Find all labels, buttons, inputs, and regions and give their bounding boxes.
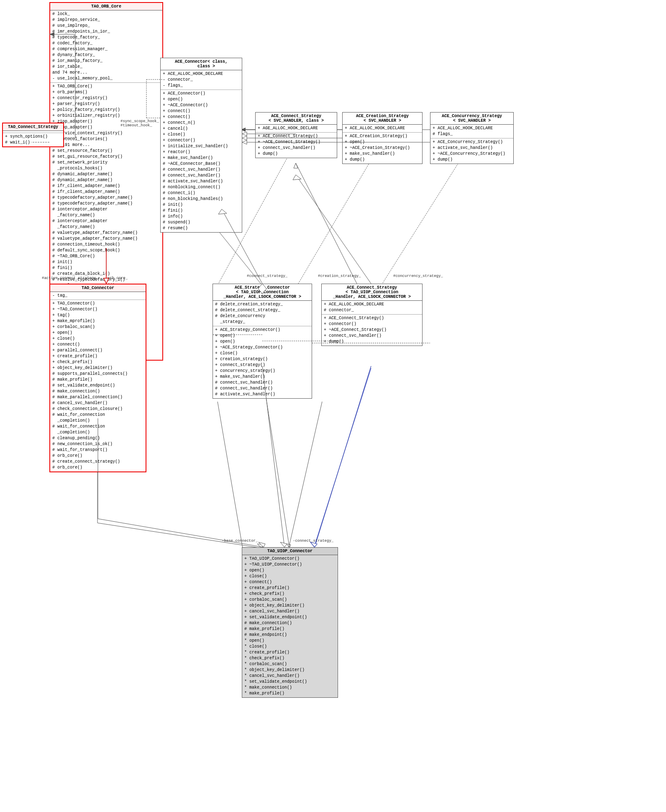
- connect-strategy-label: #connect_strategy_: [247, 274, 287, 278]
- svg-marker-37: [242, 132, 247, 136]
- ace-strategy-connector-attrs: # delete_creation_strategy_ # delete_con…: [213, 301, 312, 326]
- ace-creation-strategy-title: ACE_Creation_Strategy< SVC_HANDLER >: [343, 113, 422, 125]
- ace-concurrency-strategy-methods: + ACE_Concurrency_Strategy() + activate_…: [430, 138, 513, 164]
- ace-connector-box: ACE_Connector< class, class > + ACE_ALLO…: [160, 58, 242, 233]
- tao-uiop-connector-title: TAO_UIOP_Connector: [242, 548, 338, 555]
- svg-marker-50: [280, 542, 287, 547]
- ace-connector-attrs: + ACE_ALLOC_HOOK_DECLARE - connector_ - …: [161, 70, 242, 90]
- ace-connect-strategy-2-box: ACE_Connect_Strategy< TAO_UIOP_Connectio…: [321, 284, 423, 346]
- svg-line-15: [97, 523, 261, 548]
- svg-marker-13: [294, 163, 298, 168]
- concurrency-strategy-label: #concurrency_strategy_: [393, 274, 443, 278]
- tao-orb-core-attrs: # lock_ # implrepo_service_ # use_implre…: [50, 10, 162, 83]
- svg-line-22: [377, 142, 471, 293]
- ace-creation-strategy-attrs: + ACE_ALLOC_HOOK_DECLARE: [343, 125, 422, 133]
- tao-connect-strategy-box: TAO_Connect_Strategy + synch_options() #…: [2, 123, 64, 147]
- ace-concurrency-strategy-box: ACE_Concurrency_Strategy< SVC_HANDLER > …: [430, 112, 514, 164]
- active-connect-strategy-label: #active_connect_strategy_ -orb_core_: [42, 276, 128, 280]
- tao-connect-strategy-title: TAO_Connect_Strategy: [3, 123, 63, 131]
- tao-connector-attrs: - tag_: [50, 292, 146, 300]
- ace-creation-strategy-methods: + ACE_Creation_Strategy() + open() + ~AC…: [343, 133, 422, 164]
- svg-marker-41: [242, 140, 247, 144]
- base-connector-label: -base_connector_: [222, 539, 258, 543]
- ace-creation-strategy-box: ACE_Creation_Strategy< SVC_HANDLER > + A…: [342, 112, 423, 164]
- tao-connector-box: TAO_Connector - tag_ + TAO_Connector() +…: [49, 284, 146, 472]
- svg-line-19: [314, 368, 371, 548]
- ace-strategy-connector-title: ACE_Strategy_Connector< TAO_UIOP_Connect…: [213, 284, 312, 301]
- ace-concurrency-strategy-attrs: + ACE_ALLOC_HOOK_DECLARE # flags_: [430, 125, 513, 138]
- ace-connect-strategy-attrs: + AGE_ALLOC_HOOK_DECLARE: [256, 125, 337, 133]
- tao-connect-strategy-methods: + synch_options() # wait_i(): [3, 133, 63, 146]
- svg-marker-48: [259, 542, 265, 547]
- svg-marker-39: [242, 136, 247, 140]
- svg-line-24: [289, 402, 322, 548]
- creation-strategy-label: #creation_strategy_: [318, 274, 361, 278]
- ace-connector-title: ACE_Connector< class, class >: [161, 58, 242, 70]
- ace-strategy-connector-methods: + ACE_Strategy_Connector() + open() + op…: [213, 326, 312, 398]
- ace-connect-strategy-box: ACE_Connect_Strategy< SVC_HANDLER, class…: [255, 112, 337, 158]
- ace-connect-strategy-methods: + ACE_Connect_Strategy() + ~ACE_Connect_…: [256, 133, 337, 158]
- svg-line-23: [218, 402, 243, 548]
- tao-orb-core-title: TAO_ORB_Core: [50, 3, 162, 10]
- ace-strategy-connector-box: ACE_Strategy_Connector< TAO_UIOP_Connect…: [213, 284, 312, 399]
- svg-marker-45: [293, 175, 301, 180]
- sync-scope-hook-label: #sync_scope_hook_#timeout_hook_: [120, 119, 159, 128]
- tao-uiop-connector-box: TAO_UIOP_Connector + TAO_UIOP_Connector(…: [242, 547, 338, 698]
- connect-strategy-2-label: -connect_strategy_: [293, 539, 333, 543]
- svg-line-21: [293, 142, 382, 293]
- ace-connect-strategy-2-title: ACE_Connect_Strategy< TAO_UIOP_Connectio…: [322, 284, 422, 301]
- ace-concurrency-strategy-title: ACE_Concurrency_Strategy< SVC_HANDLER >: [430, 113, 513, 125]
- tao-uiop-connector-methods: + TAO_UIOP_Connector() + ~TAO_UIOP_Conne…: [242, 555, 338, 697]
- diagram-container: TAO_ORB_Core # lock_ # implrepo_service_…: [0, 0, 666, 812]
- ace-connector-methods: + ACE_Connector() + open() + ~ACE_Connec…: [161, 90, 242, 232]
- svg-line-44: [296, 175, 371, 284]
- tao-connector-methods: + TAO_Connector() + ~TAO_Connector() + t…: [50, 300, 146, 471]
- ace-connect-strategy-title: ACE_Connect_Strategy< SVC_HANDLER, class…: [256, 113, 337, 125]
- tao-connector-title: TAO_Connector: [50, 284, 146, 292]
- ace-connect-strategy-2-methods: + ACE_Connect_Strategy() + connector() +…: [322, 315, 422, 346]
- ace-connect-strategy-2-attrs: + ACE_ALLOC_HOOK_DECLARE # connector_: [322, 301, 422, 315]
- svg-line-51: [315, 366, 371, 547]
